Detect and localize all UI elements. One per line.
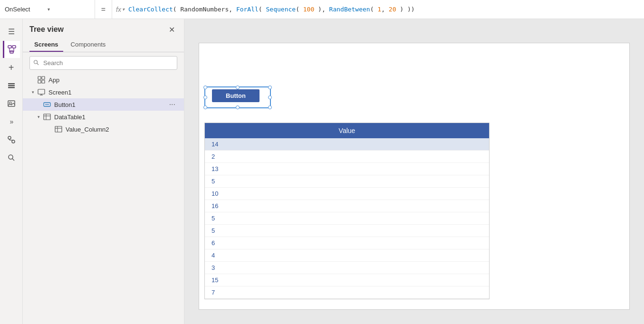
search-icon — [33, 59, 39, 67]
svg-point-12 — [8, 136, 11, 139]
svg-rect-8 — [8, 85, 15, 86]
canvas-datatable1: Value 142135101655643157 — [204, 123, 490, 299]
datatable-header: Value — [205, 123, 489, 138]
dropdown-arrow-icon: ▾ — [48, 7, 90, 12]
button1-chevron-spacer — [35, 101, 42, 108]
main-layout: ☰ + — [0, 19, 644, 324]
tree-item-button1[interactable]: Button1 ··· — [23, 98, 184, 111]
sidebar-icons: ☰ + — [0, 19, 23, 324]
svg-rect-1 — [12, 46, 16, 48]
search-input[interactable] — [29, 56, 177, 70]
screen1-label: Screen1 — [48, 89, 177, 96]
hamburger-icon[interactable]: ☰ — [3, 23, 20, 40]
svg-rect-32 — [55, 126, 62, 132]
canvas-inner: Button Value 142135101655643157 — [184, 19, 644, 324]
app-icon — [37, 76, 46, 84]
svg-rect-9 — [8, 87, 15, 88]
datatable-rows: 142135101655643157 — [205, 138, 489, 299]
datatable-icon — [43, 113, 51, 121]
svg-rect-11 — [10, 102, 11, 104]
add-control-icon[interactable]: + — [3, 59, 20, 76]
tree-view-icon[interactable] — [3, 41, 20, 58]
svg-line-19 — [37, 63, 39, 65]
connectors-icon[interactable]: » — [3, 113, 20, 130]
app-chevron-spacer — [29, 76, 36, 83]
canvas-area: Button Value 142135101655643157 — [184, 19, 644, 324]
table-row: 2 — [205, 151, 489, 163]
table-row: 5 — [205, 225, 489, 237]
svg-rect-29 — [44, 114, 50, 120]
value-column2-label: Value_Column2 — [66, 126, 177, 133]
svg-point-18 — [34, 60, 38, 64]
fx-chevron-icon: ▾ — [122, 7, 125, 12]
tree-item-value-column2[interactable]: Value_Column2 — [23, 123, 184, 135]
column-chevron-spacer — [47, 126, 53, 133]
table-row: 7 — [205, 286, 489, 299]
table-row: 4 — [205, 249, 489, 262]
column-icon — [54, 125, 63, 133]
svg-rect-24 — [38, 89, 45, 94]
search-box — [29, 56, 177, 70]
svg-rect-21 — [42, 76, 45, 79]
table-row: 5 — [205, 175, 489, 188]
svg-line-17 — [12, 159, 14, 161]
tree-tabs: Screens Components — [23, 38, 184, 52]
fx-icon: fx▾ — [116, 6, 125, 13]
table-row: 3 — [205, 262, 489, 274]
tree-panel: Tree view ✕ Screens Components — [23, 19, 184, 324]
tree-header: Tree view ✕ — [23, 19, 184, 38]
table-row: 10 — [205, 188, 489, 200]
svg-point-13 — [12, 140, 15, 143]
screen-icon — [37, 88, 46, 96]
datatable1-label: DataTable1 — [54, 114, 177, 121]
media-icon[interactable] — [3, 95, 20, 112]
table-row: 13 — [205, 163, 489, 175]
svg-rect-0 — [8, 46, 11, 48]
svg-point-16 — [9, 155, 13, 159]
table-row: 16 — [205, 200, 489, 212]
tree-panel-close-button[interactable]: ✕ — [166, 24, 177, 35]
tab-screens[interactable]: Screens — [29, 38, 63, 52]
table-row: 6 — [205, 237, 489, 249]
search-sidebar-icon[interactable] — [3, 149, 20, 166]
property-dropdown[interactable]: OnSelect ▾ — [0, 0, 95, 19]
tree-item-screen1[interactable]: ▾ Screen1 — [23, 86, 184, 98]
property-dropdown-label: OnSelect — [5, 6, 48, 13]
equals-sign: = — [95, 0, 112, 19]
app-label: App — [48, 76, 177, 84]
tree-panel-title: Tree view — [29, 25, 64, 34]
top-bar: OnSelect ▾ = fx▾ ClearCollect( RandomNum… — [0, 0, 644, 19]
button1-more-icon[interactable]: ··· — [167, 100, 177, 109]
screen1-chevron-icon: ▾ — [29, 89, 36, 95]
svg-rect-7 — [8, 83, 15, 85]
datatable1-chevron-icon: ▾ — [35, 114, 42, 120]
svg-rect-20 — [38, 76, 41, 79]
tab-components[interactable]: Components — [66, 38, 111, 52]
formula-text: ClearCollect( RandomNumbers, ForAll( Seq… — [128, 6, 415, 13]
variables-icon[interactable] — [3, 131, 20, 148]
table-row: 15 — [205, 274, 489, 286]
data-icon[interactable] — [3, 77, 20, 94]
table-row: 14 — [205, 138, 489, 151]
canvas-button1[interactable]: Button — [212, 89, 260, 102]
svg-rect-22 — [38, 80, 41, 83]
tree-item-datatable1[interactable]: ▾ DataTable1 — [23, 111, 184, 123]
tree-content: App ▾ Screen1 — [23, 74, 184, 324]
table-row: 5 — [205, 212, 489, 225]
button1-label: Button1 — [54, 101, 167, 108]
tree-item-app[interactable]: App — [23, 74, 184, 86]
formula-bar[interactable]: fx▾ ClearCollect( RandomNumbers, ForAll(… — [112, 0, 644, 19]
svg-rect-23 — [42, 80, 45, 83]
button-icon — [43, 100, 51, 109]
